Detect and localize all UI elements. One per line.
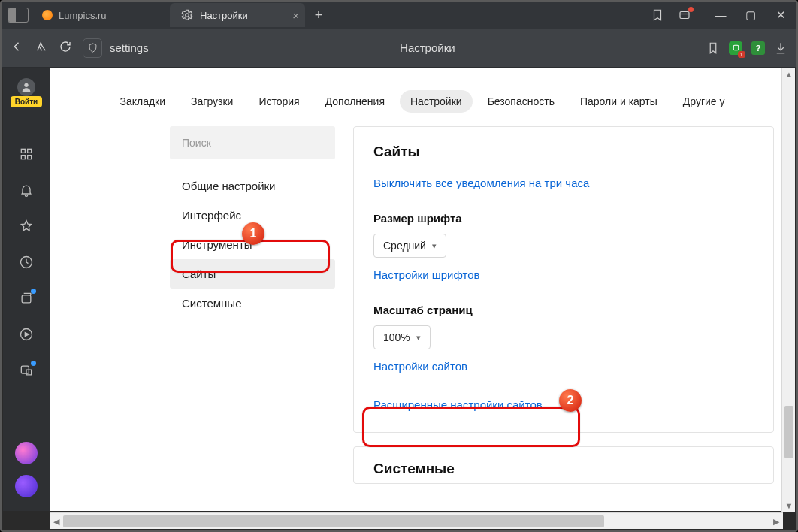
site-security-icon[interactable]	[83, 38, 102, 58]
tab-label: Lumpics.ru	[59, 10, 107, 21]
nav-label: Другие у	[683, 95, 725, 107]
svg-rect-4	[21, 149, 25, 153]
notification-dot-icon	[31, 361, 36, 366]
scroll-up-icon[interactable]: ▲	[782, 68, 796, 81]
nav-settings[interactable]: Настройки	[400, 90, 473, 113]
tab-strip: Lumpics.ru Настройки × + — ▢ ✕	[2, 2, 796, 29]
sidebar-item-label: Инструменты	[182, 238, 252, 251]
scroll-thumb[interactable]	[784, 406, 793, 458]
nav-label: Загрузки	[191, 95, 233, 107]
maximize-button[interactable]: ▢	[741, 8, 760, 22]
sidebar-toggle-icon[interactable]	[8, 8, 29, 23]
callout-number-2: 2	[559, 389, 582, 412]
close-window-button[interactable]: ✕	[771, 8, 790, 22]
content-area: Закладки Загрузки История Дополнения Нас…	[50, 68, 795, 511]
sidebar-item-label: Сайты	[182, 268, 216, 280]
play-icon[interactable]	[18, 326, 35, 343]
sidebar-item-label: Системные	[182, 297, 241, 310]
scroll-right-icon[interactable]: ▶	[769, 513, 783, 530]
select-value: Средний	[383, 240, 426, 252]
extensions-icon[interactable]	[678, 8, 691, 22]
nav-passwords[interactable]: Пароли и карты	[570, 90, 668, 113]
page-scale-select[interactable]: 100% ▾	[373, 325, 431, 349]
select-value: 100%	[383, 331, 410, 343]
scroll-thumb[interactable]	[63, 515, 604, 527]
sites-section: Сайты Выключить все уведомления на три ч…	[353, 126, 774, 433]
scroll-left-icon[interactable]: ◀	[50, 513, 63, 530]
nav-security[interactable]: Безопасность	[477, 90, 565, 113]
search-placeholder: Поиск	[182, 137, 211, 149]
new-tab-button[interactable]: +	[308, 5, 329, 26]
collections-icon[interactable]	[18, 290, 35, 307]
back-button[interactable]	[11, 40, 24, 56]
notification-dot-icon	[31, 289, 36, 294]
horizontal-scrollbar[interactable]: ◀ ▶	[50, 512, 783, 529]
section-heading: Сайты	[373, 144, 754, 160]
svg-rect-7	[28, 156, 32, 159]
bookmark-icon[interactable]	[706, 41, 720, 55]
adblock-extension-icon[interactable]: 1	[729, 41, 742, 55]
page-title: Настройки	[159, 41, 696, 54]
svg-point-0	[186, 14, 189, 17]
address-bar[interactable]: settings	[83, 38, 149, 58]
sidebar-item-label: Общие настройки	[182, 180, 276, 192]
history-icon[interactable]	[18, 254, 35, 271]
close-icon[interactable]: ×	[292, 10, 299, 21]
nav-label: Дополнения	[325, 95, 385, 107]
settings-tabs: Закладки Загрузки История Дополнения Нас…	[50, 68, 795, 126]
site-settings-link[interactable]: Настройки сайтов	[373, 360, 754, 373]
star-icon[interactable]	[18, 218, 35, 234]
nav-downloads[interactable]: Загрузки	[180, 90, 243, 113]
scroll-down-icon[interactable]: ▼	[782, 499, 796, 512]
bookmark-ribbon-icon[interactable]	[651, 8, 664, 22]
font-size-label: Размер шрифта	[373, 212, 754, 225]
svg-rect-1	[680, 12, 689, 19]
translate-icon[interactable]	[18, 362, 35, 379]
sidebar-item-system[interactable]: Системные	[170, 289, 335, 318]
mute-notifications-link[interactable]: Выключить все уведомления на три часа	[373, 177, 754, 189]
alice-icon[interactable]	[15, 442, 38, 464]
svg-rect-6	[21, 156, 25, 159]
page-scale-label: Масштаб страниц	[373, 304, 754, 316]
nav-other[interactable]: Другие у	[673, 90, 736, 113]
home-button[interactable]	[35, 40, 48, 56]
sidebar-item-label: Интерфейс	[182, 209, 241, 222]
browser-window: Lumpics.ru Настройки × + — ▢ ✕	[0, 0, 798, 532]
vertical-scrollbar[interactable]: ▲ ▼	[781, 68, 795, 512]
font-settings-link[interactable]: Настройки шрифтов	[373, 268, 754, 281]
tab-lumpics[interactable]: Lumpics.ru	[32, 3, 167, 27]
nav-label: Безопасность	[488, 95, 555, 107]
tab-label: Настройки	[200, 10, 248, 21]
tab-settings[interactable]: Настройки ×	[170, 3, 305, 27]
profile-avatar[interactable]	[17, 78, 35, 96]
font-size-select[interactable]: Средний ▾	[373, 234, 446, 258]
svg-rect-2	[733, 45, 738, 50]
help-extension-icon[interactable]	[751, 41, 765, 55]
nav-label: Закладки	[119, 95, 165, 107]
bell-icon[interactable]	[18, 182, 35, 198]
extension-badge-count: 1	[738, 51, 745, 58]
sidebar-item-general[interactable]: Общие настройки	[170, 171, 335, 201]
callout-number-1: 1	[242, 222, 264, 245]
nav-addons[interactable]: Дополнения	[315, 90, 395, 113]
address-text: settings	[110, 41, 149, 54]
nav-label: История	[258, 95, 299, 107]
reload-button[interactable]	[59, 40, 72, 56]
gear-icon	[180, 8, 194, 22]
toolbar: settings Настройки 1	[2, 29, 796, 68]
minimize-button[interactable]: —	[711, 8, 730, 22]
downloads-icon[interactable]	[774, 41, 787, 55]
nav-bookmarks[interactable]: Закладки	[109, 90, 176, 113]
nav-history[interactable]: История	[248, 90, 310, 113]
settings-sidebar: Поиск Общие настройки Интерфейс Инструме…	[170, 126, 335, 484]
svg-rect-9	[22, 295, 31, 303]
section-heading: Системные	[373, 461, 754, 477]
apps-icon[interactable]	[18, 146, 35, 162]
login-button[interactable]: Войти	[11, 96, 43, 107]
sidebar-item-sites[interactable]: Сайты	[170, 259, 335, 289]
nav-label: Пароли и карты	[580, 95, 657, 107]
favicon-icon	[42, 10, 53, 20]
assistant-icon[interactable]	[15, 475, 38, 497]
search-input[interactable]: Поиск	[170, 126, 335, 159]
notification-dot-icon	[688, 7, 694, 12]
